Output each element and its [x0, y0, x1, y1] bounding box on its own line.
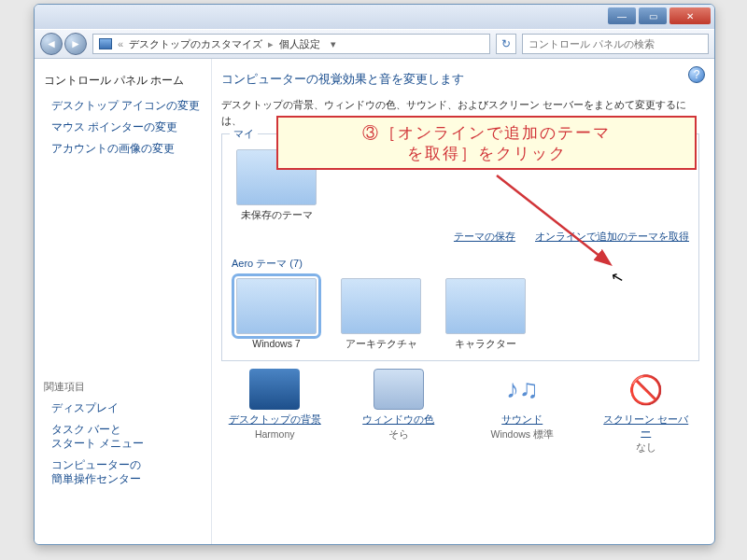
appearance-settings-row: デスクトップの背景 Harmony ウィンドウの色 そら ♪♫ サウンド Win… [221, 369, 699, 455]
related-taskbar-link[interactable]: タスク バーと スタート メニュー [51, 423, 202, 451]
desktop-background-item[interactable]: デスクトップの背景 Harmony [228, 369, 321, 455]
related-ease-of-access-link[interactable]: コンピューターの 簡単操作センター [51, 458, 202, 486]
help-icon[interactable]: ? [688, 66, 705, 83]
theme-label: 未保存のテーマ [241, 209, 313, 220]
minimize-button[interactable]: — [608, 7, 636, 24]
crumb-personalization[interactable]: 個人設定 [279, 37, 320, 51]
theme-thumbnail [341, 278, 421, 334]
address-bar: ◄ ► « デスクトップのカスタマイズ ▸ 個人設定 ▾ ↻ [35, 29, 714, 59]
theme-thumbnail [236, 278, 317, 334]
theme-characters[interactable]: キャラクター [441, 278, 530, 351]
control-panel-home-link[interactable]: コントロール パネル ホーム [44, 74, 202, 88]
screen-saver-value: なし [636, 441, 656, 453]
change-account-picture-link[interactable]: アカウントの画像の変更 [51, 142, 202, 156]
page-title: コンピューターの視覚効果と音を変更します [221, 72, 699, 88]
save-theme-link[interactable]: テーマの保存 [454, 231, 515, 242]
window-color-icon [374, 369, 424, 410]
my-themes-label: マイ [230, 127, 258, 141]
screen-saver-link[interactable]: スクリーン セーバー [599, 413, 693, 440]
theme-label: キャラクター [455, 338, 516, 349]
crumb-separator: ▸ [268, 38, 274, 50]
theme-label: アーキテクチャ [345, 338, 417, 349]
theme-architecture[interactable]: アーキテクチャ [336, 278, 426, 351]
sounds-link[interactable]: サウンド [475, 413, 569, 427]
maximize-button[interactable]: ▭ [639, 7, 667, 24]
refresh-button[interactable]: ↻ [496, 34, 516, 54]
instruction-callout: ③［オンラインで追加のテーマ を取得］をクリック [276, 116, 697, 170]
window-color-item[interactable]: ウィンドウの色 そら [352, 369, 445, 455]
theme-windows7[interactable]: Windows 7 [232, 278, 321, 349]
get-themes-online-link[interactable]: オンラインで追加のテーマを取得 [535, 231, 689, 242]
location-dropdown-icon[interactable]: ▾ [326, 38, 341, 50]
window-color-value: そら [388, 428, 409, 440]
back-button[interactable]: ◄ [40, 33, 63, 55]
desktop-background-value: Harmony [255, 428, 295, 440]
desktop-background-link[interactable]: デスクトップの背景 [228, 413, 321, 427]
theme-links-row: テーマの保存 オンラインで追加のテーマを取得 [232, 230, 689, 244]
nav-buttons: ◄ ► [40, 33, 87, 55]
titlebar: — ▭ ✕ [35, 5, 714, 29]
theme-thumbnail [445, 278, 526, 334]
control-panel-icon [99, 38, 112, 49]
change-desktop-icons-link[interactable]: デスクトップ アイコンの変更 [51, 99, 202, 113]
crumb-desktop-customize[interactable]: デスクトップのカスタマイズ [129, 37, 262, 51]
sounds-icon: ♪♫ [497, 369, 547, 410]
related-display-link[interactable]: ディスプレイ [51, 401, 202, 415]
location-box[interactable]: « デスクトップのカスタマイズ ▸ 個人設定 ▾ [92, 34, 490, 54]
search-input[interactable] [522, 34, 709, 54]
screen-saver-icon: 🚫 [621, 369, 671, 410]
close-button[interactable]: ✕ [669, 7, 711, 24]
sounds-value: Windows 標準 [490, 428, 554, 440]
screen-saver-item[interactable]: 🚫 スクリーン セーバー なし [599, 369, 693, 455]
related-heading: 関連項目 [44, 380, 202, 394]
sidebar: コントロール パネル ホーム デスクトップ アイコンの変更 マウス ポインターの… [35, 59, 212, 544]
crumb-prefix: « [118, 38, 123, 49]
window-color-link[interactable]: ウィンドウの色 [352, 413, 445, 427]
desktop-background-icon [249, 369, 300, 410]
sounds-item[interactable]: ♪♫ サウンド Windows 標準 [475, 369, 569, 455]
theme-label: Windows 7 [252, 338, 300, 349]
forward-button[interactable]: ► [64, 33, 87, 55]
change-mouse-pointers-link[interactable]: マウス ポインターの変更 [51, 120, 202, 134]
